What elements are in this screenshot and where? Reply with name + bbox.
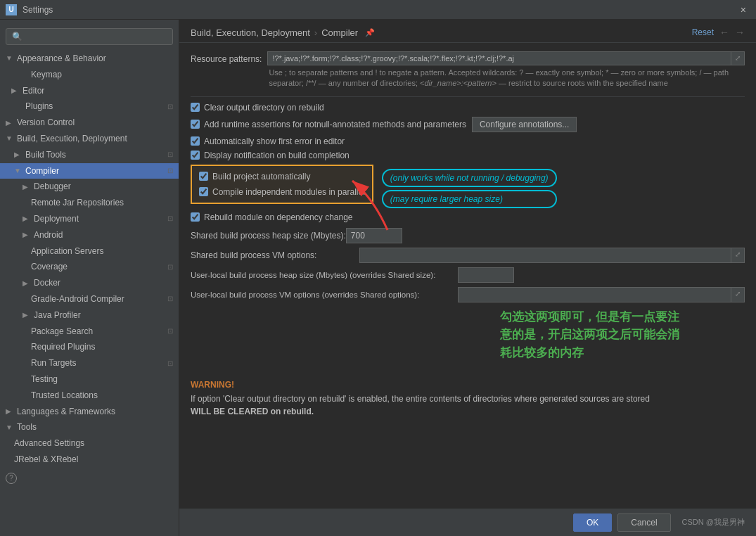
arrow-icon: ▶ <box>11 86 20 96</box>
annotation1-text: (only works while not running / debuggin… <box>382 169 557 187</box>
build-automatically-checkbox[interactable] <box>199 172 208 181</box>
content-panel: Build, Execution, Deployment › Compiler … <box>179 20 756 536</box>
window-title: Settings <box>23 5 736 15</box>
sidebar-item-label: Build, Execution, Deployment <box>17 133 127 145</box>
show-first-error-checkbox[interactable] <box>191 136 200 146</box>
close-button[interactable]: × <box>736 3 750 17</box>
vm-options-input-row: ⤢ <box>359 248 745 263</box>
arrow-icon: ▶ <box>14 150 23 160</box>
sidebar-item-plugins[interactable]: Plugins ⊡ <box>0 98 179 115</box>
sidebar-item-label: Plugins <box>25 101 53 113</box>
checkbox-clear-output: Clear output directory on rebuild <box>191 103 745 113</box>
sidebar-item-docker[interactable]: ▶ Docker <box>0 275 179 291</box>
sidebar-item-debugger[interactable]: ▶ Debugger <box>0 179 179 195</box>
checkbox-display-notification: Display notification on build completion <box>191 151 745 160</box>
title-bar: U Settings × <box>0 0 756 20</box>
rebuild-module-checkbox[interactable] <box>191 212 200 222</box>
arrow-icon: ▶ <box>23 310 31 320</box>
sidebar-item-package-search[interactable]: Package Search ⊡ <box>0 324 179 340</box>
user-vm-expand-icon[interactable]: ⤢ <box>731 287 745 302</box>
sidebar-item-android[interactable]: ▶ Android <box>0 227 179 243</box>
clear-output-checkbox[interactable] <box>191 103 200 112</box>
heap-size-label: Shared build process heap size (Mbytes): <box>191 231 346 241</box>
ok-button[interactable]: OK <box>573 513 612 532</box>
sidebar-item-label: Deployment <box>34 213 79 225</box>
user-vm-options-input[interactable] <box>458 287 731 302</box>
arrow-icon: ▼ <box>14 166 23 176</box>
resource-patterns-help: Use ; to separate patterns and ! to nega… <box>267 68 745 89</box>
forward-button[interactable]: → <box>735 27 745 38</box>
heap-size-row: Shared build process heap size (Mbytes): <box>191 228 745 243</box>
sidebar-item-label: Version Control <box>17 117 75 129</box>
checkbox-show-first-error: Automatically show first error in editor <box>191 136 745 146</box>
compile-parallel-label: Compile independent modules in parallel <box>212 187 365 197</box>
sidebar-item-editor[interactable]: ▶ Editor <box>0 83 179 99</box>
display-notification-checkbox[interactable] <box>191 151 200 160</box>
compile-parallel-checkbox[interactable] <box>199 187 208 196</box>
vm-options-input[interactable] <box>359 248 731 263</box>
sidebar-item-required-plugins[interactable]: Required Plugins <box>0 339 179 355</box>
sidebar-item-version-control[interactable]: ▶ Version Control <box>0 115 179 131</box>
vm-expand-icon[interactable]: ⤢ <box>731 248 745 263</box>
sidebar-item-help[interactable]: ? <box>0 471 179 486</box>
sidebar-item-tools[interactable]: ▼ Tools <box>0 419 179 435</box>
sidebar-item-label: Tools <box>17 421 37 433</box>
sidebar-item-label: Compiler <box>25 165 59 177</box>
content-body: Resource patterns: ⤢ Use ; to separate p… <box>179 43 756 433</box>
sidebar-item-label: Application Servers <box>31 245 103 257</box>
breadcrumb-part2: Compiler <box>321 27 358 38</box>
sidebar-item-languages-frameworks[interactable]: ▶ Languages & Frameworks <box>0 404 179 420</box>
sidebar-item-deployment[interactable]: ▶ Deployment ⊡ <box>0 211 179 227</box>
vm-options-row: Shared build process VM options: ⤢ <box>191 248 745 263</box>
sidebar-item-label: Trusted Locations <box>31 390 98 402</box>
sidebar-item-label: Required Plugins <box>31 341 95 353</box>
sidebar-item-appearance-behavior[interactable]: ▼ Appearance & Behavior <box>0 51 179 67</box>
sidebar-item-label: Android <box>34 229 63 241</box>
vm-options-label: Shared build process VM options: <box>191 250 359 260</box>
sidebar-item-label: Appearance & Behavior <box>17 53 106 65</box>
user-heap-size-label: User-local build process heap size (Mbyt… <box>191 271 458 279</box>
sidebar-item-label: Coverage <box>31 261 68 273</box>
runtime-assertions-checkbox[interactable] <box>191 120 200 129</box>
sidebar-item-label: Editor <box>23 85 44 97</box>
sidebar-item-advanced-settings[interactable]: Advanced Settings <box>0 435 179 452</box>
deployment-icon: ⊡ <box>167 214 173 224</box>
back-button[interactable]: ← <box>719 27 729 38</box>
content-header: Build, Execution, Deployment › Compiler … <box>179 20 756 43</box>
app-icon: U <box>6 4 17 15</box>
resource-patterns-field: Resource patterns: ⤢ Use ; to separate p… <box>191 51 745 89</box>
build-tools-icon: ⊡ <box>167 150 173 160</box>
sidebar-item-label: Package Search <box>31 326 93 338</box>
sidebar-item-coverage[interactable]: Coverage ⊡ <box>0 259 179 275</box>
arrow-icon: ▶ <box>23 279 31 288</box>
sidebar-item-compiler[interactable]: ▼ Compiler ⊡ <box>0 163 179 179</box>
expand-icon[interactable]: ⤢ <box>731 51 745 65</box>
package-icon: ⊡ <box>167 326 173 336</box>
sidebar-item-testing[interactable]: Testing <box>0 371 179 388</box>
heap-size-input[interactable] <box>346 228 402 243</box>
sidebar-item-jrebel-xrebel[interactable]: JRebel & XRebel <box>0 452 179 468</box>
sidebar-item-build-execution-deployment[interactable]: ▼ Build, Execution, Deployment <box>0 131 179 147</box>
search-input[interactable] <box>6 28 173 45</box>
breadcrumb-separator: › <box>314 27 317 38</box>
main-layout: ▼ Appearance & Behavior Keymap ▶ Editor … <box>0 20 756 536</box>
sidebar-item-gradle-android-compiler[interactable]: Gradle-Android Compiler ⊡ <box>0 291 179 307</box>
sidebar-item-run-targets[interactable]: Run Targets ⊡ <box>0 355 179 371</box>
highlighted-checkboxes-box: Build project automatically Compile inde… <box>191 165 373 204</box>
sidebar-item-build-tools[interactable]: ▶ Build Tools ⊡ <box>0 147 179 163</box>
runtime-assertions-label: Add runtime assertions for notnull-annot… <box>204 120 466 129</box>
checkbox-rebuild-module: Rebuild module on dependency change <box>191 212 745 222</box>
sidebar-item-remote-jar-repositories[interactable]: Remote Jar Repositories <box>0 195 179 211</box>
watermark: CSDN @我是男神 <box>682 517 745 528</box>
user-heap-size-input[interactable] <box>458 267 514 283</box>
configure-annotations-button[interactable]: Configure annotations... <box>472 117 577 132</box>
sidebar-item-java-profiler[interactable]: ▶ Java Profiler <box>0 307 179 324</box>
cancel-button[interactable]: Cancel <box>617 513 670 532</box>
resource-patterns-input[interactable] <box>267 51 731 65</box>
help-icon: ? <box>6 473 17 484</box>
warning-title: WARNING! <box>191 380 745 390</box>
sidebar-item-application-servers[interactable]: Application Servers <box>0 243 179 260</box>
sidebar-item-trusted-locations[interactable]: Trusted Locations <box>0 388 179 404</box>
reset-button[interactable]: Reset <box>692 27 714 37</box>
sidebar-item-keymap[interactable]: Keymap <box>0 67 179 83</box>
